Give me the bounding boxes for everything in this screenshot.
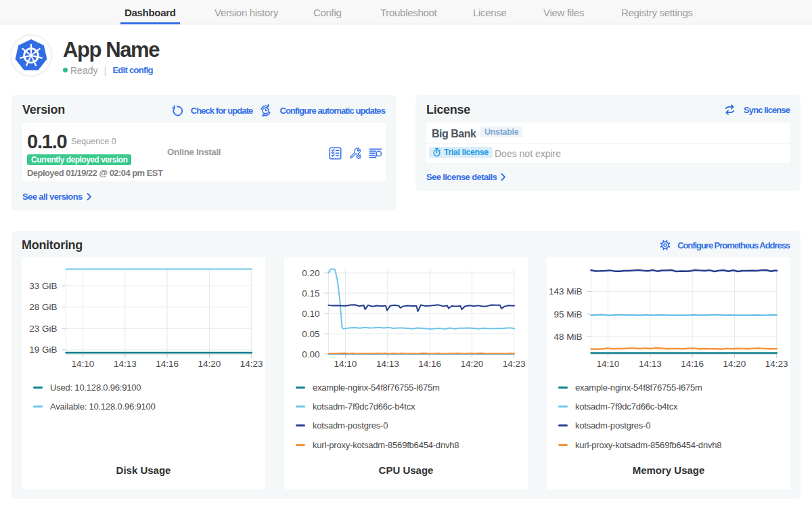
svg-text:14:20: 14:20 (461, 359, 484, 369)
svg-text:48 MiB: 48 MiB (554, 332, 582, 342)
svg-text:0.10: 0.10 (302, 309, 319, 319)
svg-text:28 GiB: 28 GiB (29, 302, 57, 312)
svg-text:23 GiB: 23 GiB (29, 324, 57, 334)
svg-text:14:10: 14:10 (334, 359, 357, 369)
svg-text:0.20: 0.20 (302, 268, 319, 278)
svg-text:14:16: 14:16 (156, 359, 179, 369)
svg-text:0.00: 0.00 (302, 349, 319, 359)
svg-text:14:23: 14:23 (240, 359, 263, 369)
svg-text:33 GiB: 33 GiB (29, 281, 57, 291)
svg-text:14:20: 14:20 (198, 359, 221, 369)
svg-text:0.15: 0.15 (302, 288, 319, 299)
svg-text:14:20: 14:20 (723, 359, 746, 369)
svg-text:14:13: 14:13 (639, 359, 662, 369)
svg-text:95 MiB: 95 MiB (554, 309, 582, 320)
svg-text:14:23: 14:23 (503, 359, 526, 369)
svg-text:19 GiB: 19 GiB (29, 345, 57, 355)
svg-text:143 MiB: 143 MiB (549, 286, 583, 297)
svg-text:14:13: 14:13 (376, 359, 399, 369)
svg-text:14:16: 14:16 (681, 359, 704, 369)
svg-text:14:23: 14:23 (765, 359, 788, 369)
svg-text:14:13: 14:13 (114, 359, 137, 369)
svg-text:14:10: 14:10 (597, 359, 620, 369)
svg-text:14:10: 14:10 (72, 359, 95, 369)
svg-text:0.05: 0.05 (302, 329, 319, 339)
svg-text:14:16: 14:16 (418, 359, 441, 369)
